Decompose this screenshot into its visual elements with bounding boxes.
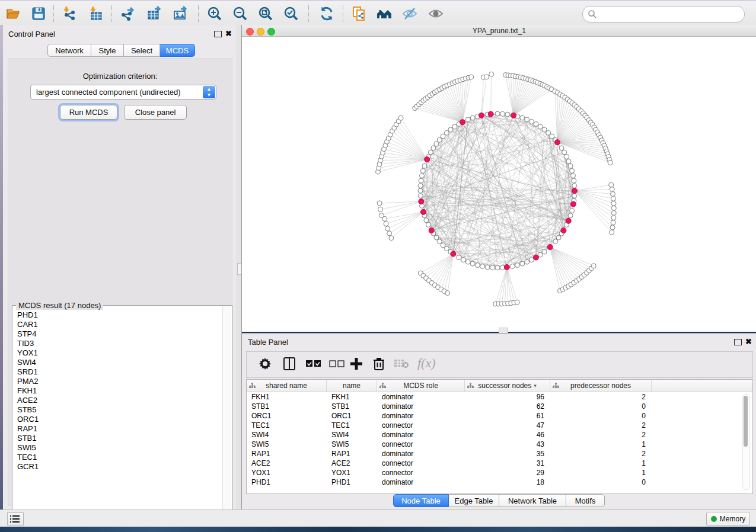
table-cell[interactable]: FKH1 bbox=[327, 392, 376, 402]
table-row[interactable]: STB1STB1dominator620 bbox=[247, 402, 752, 411]
mcds-node-item[interactable]: ACE2 bbox=[13, 396, 222, 405]
column-header[interactable]: successor nodes▾ bbox=[465, 380, 550, 392]
search-input[interactable] bbox=[599, 7, 741, 21]
table-cell[interactable]: 29 bbox=[465, 468, 548, 477]
table-cell[interactable]: 61 bbox=[465, 411, 548, 421]
table-cell[interactable]: SWI4 bbox=[327, 430, 376, 440]
network-canvas[interactable] bbox=[242, 37, 756, 332]
node-table-header[interactable]: shared namenameMCDS rolesuccessor nodes▾… bbox=[247, 380, 752, 392]
table-cell[interactable]: dominator bbox=[377, 449, 464, 459]
table-cell[interactable]: ACE2 bbox=[247, 459, 326, 468]
table-cell[interactable]: 2 bbox=[550, 392, 650, 402]
table-row[interactable]: YOX1YOX1connector291 bbox=[247, 468, 752, 477]
add-column-icon[interactable] bbox=[349, 356, 364, 374]
table-cell[interactable]: 0 bbox=[550, 477, 650, 487]
column-layout-icon[interactable] bbox=[283, 357, 295, 373]
import-table-icon[interactable] bbox=[88, 5, 104, 22]
mcds-result-list[interactable]: PHD1CAR1STP4TID3YOX1SWI4SRD1PMA2FKH1ACE2… bbox=[13, 310, 222, 521]
select-all-rows-icon[interactable] bbox=[306, 360, 321, 370]
mcds-node-item[interactable]: SRD1 bbox=[13, 367, 222, 377]
table-cell[interactable]: SWI5 bbox=[327, 440, 376, 449]
mcds-node-item[interactable]: YOX1 bbox=[13, 348, 222, 358]
table-cell[interactable]: connector bbox=[377, 459, 464, 468]
table-cell[interactable]: ORC1 bbox=[327, 411, 376, 421]
table-cell[interactable]: ACE2 bbox=[327, 459, 376, 468]
tab-style[interactable]: Style bbox=[91, 44, 124, 57]
hide-selected-icon[interactable] bbox=[401, 5, 418, 22]
tab-edge-table[interactable]: Edge Table bbox=[449, 494, 499, 507]
column-header[interactable]: predecessor nodes bbox=[550, 380, 652, 392]
first-neighbors-icon[interactable] bbox=[376, 5, 393, 22]
table-row[interactable]: ACE2ACE2connector311 bbox=[247, 459, 752, 468]
mcds-node-item[interactable]: GCR1 bbox=[13, 462, 222, 472]
table-scrollbar[interactable] bbox=[742, 394, 750, 490]
table-cell[interactable]: YOX1 bbox=[327, 468, 376, 477]
task-history-button[interactable] bbox=[7, 512, 24, 525]
mcds-node-item[interactable]: FKH1 bbox=[13, 386, 222, 396]
tab-network-table[interactable]: Network Table bbox=[499, 494, 566, 507]
delete-table-icon[interactable] bbox=[394, 359, 409, 371]
table-row[interactable]: FKH1FKH1dominator962 bbox=[247, 392, 752, 402]
close-table-panel-icon[interactable]: ✖ bbox=[745, 338, 752, 345]
mcds-node-item[interactable]: STP4 bbox=[13, 329, 222, 339]
deselect-all-rows-icon[interactable] bbox=[329, 360, 344, 370]
apply-layout-icon[interactable] bbox=[318, 5, 335, 22]
table-row[interactable]: SWI5SWI5connector431 bbox=[247, 440, 752, 449]
table-cell[interactable]: 0 bbox=[550, 411, 650, 421]
table-cell[interactable]: 0 bbox=[550, 402, 650, 411]
tab-select[interactable]: Select bbox=[124, 44, 160, 57]
table-cell[interactable]: YOX1 bbox=[247, 468, 326, 477]
show-all-icon[interactable] bbox=[428, 5, 444, 22]
table-cell[interactable]: 46 bbox=[465, 430, 548, 440]
table-cell[interactable]: RAP1 bbox=[327, 449, 376, 459]
save-session-icon[interactable] bbox=[30, 5, 47, 22]
table-cell[interactable]: dominator bbox=[377, 477, 464, 487]
mcds-node-item[interactable]: PHD1 bbox=[13, 310, 222, 320]
table-cell[interactable]: 62 bbox=[465, 402, 548, 411]
table-cell[interactable]: RAP1 bbox=[247, 449, 326, 459]
table-cell[interactable]: 1 bbox=[550, 440, 650, 449]
table-cell[interactable]: 47 bbox=[465, 421, 548, 430]
tab-node-table[interactable]: Node Table bbox=[393, 494, 449, 507]
table-cell[interactable]: 18 bbox=[465, 477, 548, 487]
column-header[interactable]: name bbox=[327, 380, 377, 392]
table-cell[interactable]: connector bbox=[377, 421, 464, 430]
zoom-in-icon[interactable] bbox=[206, 5, 223, 22]
table-cell[interactable]: 2 bbox=[550, 449, 650, 459]
mcds-node-item[interactable]: PMA2 bbox=[13, 377, 222, 386]
table-cell[interactable]: PHD1 bbox=[247, 477, 326, 487]
memory-button[interactable]: Memory bbox=[706, 512, 750, 526]
criterion-select[interactable]: largest connected component (undirected)… bbox=[30, 85, 216, 100]
table-cell[interactable]: SWI5 bbox=[247, 440, 326, 449]
function-builder-icon[interactable]: f(x) bbox=[417, 355, 436, 371]
float-table-panel-icon[interactable] bbox=[734, 339, 742, 345]
tab-network[interactable]: Network bbox=[47, 44, 91, 57]
table-cell[interactable]: 2 bbox=[550, 430, 650, 440]
mcds-node-item[interactable]: STB1 bbox=[13, 434, 222, 443]
table-cell[interactable]: 96 bbox=[465, 392, 548, 402]
table-row[interactable]: RAP1RAP1dominator352 bbox=[247, 449, 752, 459]
delete-column-icon[interactable] bbox=[372, 356, 385, 374]
zoom-selected-icon[interactable] bbox=[283, 5, 299, 22]
column-header[interactable]: shared name bbox=[247, 380, 327, 392]
mcds-node-item[interactable]: CAR1 bbox=[13, 320, 222, 329]
mcds-node-item[interactable]: ORC1 bbox=[13, 415, 222, 424]
table-cell[interactable]: FKH1 bbox=[247, 392, 326, 402]
network-window-titlebar[interactable]: YPA_prune.txt_1 bbox=[242, 25, 756, 37]
export-image-icon[interactable] bbox=[172, 5, 189, 22]
table-scrollbar-thumb[interactable] bbox=[744, 396, 748, 447]
table-cell[interactable]: PHD1 bbox=[327, 477, 376, 487]
table-cell[interactable]: 35 bbox=[465, 449, 548, 459]
mcds-node-item[interactable]: STB5 bbox=[13, 405, 222, 415]
run-mcds-button[interactable]: Run MCDS bbox=[60, 105, 117, 120]
table-cell[interactable]: dominator bbox=[377, 392, 464, 402]
import-network-icon[interactable] bbox=[61, 5, 78, 22]
zoom-fit-icon[interactable] bbox=[257, 5, 274, 22]
table-cell[interactable]: STB1 bbox=[327, 402, 376, 411]
open-file-icon[interactable] bbox=[5, 5, 22, 22]
table-cell[interactable]: SWI4 bbox=[247, 430, 326, 440]
table-options-gear-icon[interactable] bbox=[259, 357, 272, 373]
table-cell[interactable]: 31 bbox=[465, 459, 548, 468]
tab-motifs[interactable]: Motifs bbox=[566, 494, 605, 507]
table-cell[interactable]: TEC1 bbox=[327, 421, 376, 430]
